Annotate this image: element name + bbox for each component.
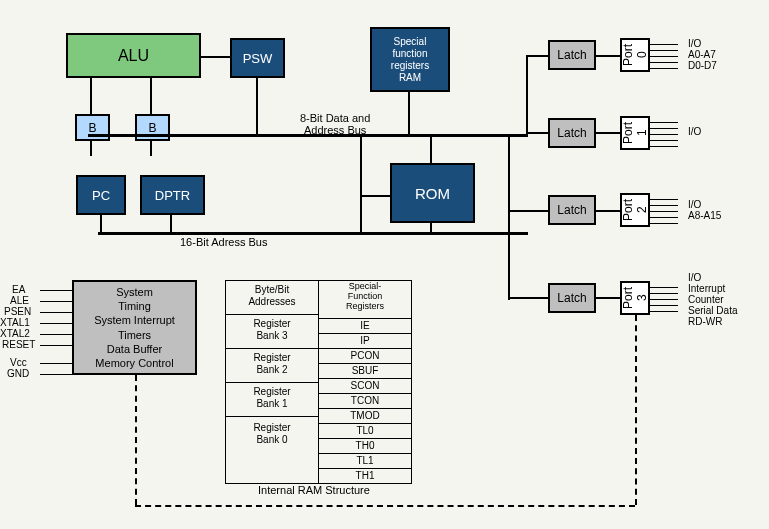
- port3-serial: Serial Data: [688, 305, 737, 316]
- pin-xtal2: XTAL2: [0, 328, 30, 339]
- wire: [360, 195, 390, 197]
- dptr-block: DPTR: [140, 175, 205, 215]
- wire: [170, 215, 172, 233]
- port3-io: I/O: [688, 272, 701, 283]
- timing-block: System Timing System Interrupt Timers Da…: [72, 280, 197, 375]
- sfr-header: Special- Function Registers: [319, 281, 411, 319]
- dash-wire: [135, 375, 137, 505]
- pin-vcc: Vcc: [10, 357, 27, 368]
- dash-wire: [635, 315, 637, 505]
- addr-bus-label: 16-Bit Adress Bus: [180, 236, 267, 248]
- port-pin: [650, 56, 678, 57]
- ram-caption: Internal RAM Structure: [258, 484, 370, 496]
- port-pin: [650, 50, 678, 51]
- port-1-label: Port 1: [621, 118, 649, 148]
- sfr-ie: IE: [319, 319, 411, 334]
- port-pin: [650, 68, 678, 69]
- port-pin: [650, 62, 678, 63]
- ram-structure: Byte/Bit Addresses Register Bank 3 Regis…: [225, 280, 412, 484]
- pin-psen: PSEN: [4, 306, 31, 317]
- wire: [508, 297, 548, 299]
- port0-io: I/O: [688, 38, 701, 49]
- port-1: Port 1: [620, 116, 650, 150]
- ram-bank1: Register Bank 1: [226, 383, 318, 417]
- sfr-tl1: TL1: [319, 454, 411, 469]
- ram-left-header: Byte/Bit Addresses: [226, 281, 318, 315]
- sfr-tcon: TCON: [319, 394, 411, 409]
- port-pin: [650, 122, 678, 123]
- latch-0: Latch: [548, 40, 596, 70]
- wire: [201, 56, 230, 58]
- wire: [596, 55, 620, 57]
- port0-a0a7: A0-A7: [688, 49, 716, 60]
- latch-2: Latch: [548, 195, 596, 225]
- port-pin: [650, 44, 678, 45]
- port-pin: [650, 128, 678, 129]
- sfr-sbuf: SBUF: [319, 364, 411, 379]
- port0-d0d7: D0-D7: [688, 60, 717, 71]
- port-pin: [650, 299, 678, 300]
- pin-line: [40, 290, 72, 291]
- port-3: Port 3: [620, 281, 650, 315]
- pin-line: [40, 363, 72, 364]
- wire: [90, 141, 92, 156]
- port3-counter: Counter: [688, 294, 724, 305]
- wire: [508, 210, 510, 300]
- alu-block: ALU: [66, 33, 201, 78]
- sfr-ip: IP: [319, 334, 411, 349]
- wire: [508, 210, 548, 212]
- port3-rdwr: RD-WR: [688, 316, 722, 327]
- wire: [526, 132, 548, 134]
- pin-gnd: GND: [7, 368, 29, 379]
- pin-line: [40, 345, 72, 346]
- dash-wire: [135, 505, 635, 507]
- wire: [596, 132, 620, 134]
- sfr-scon: SCON: [319, 379, 411, 394]
- sfr-pcon: PCON: [319, 349, 411, 364]
- port-0: Port 0: [620, 38, 650, 72]
- pc-block: PC: [76, 175, 126, 215]
- sfr-th1: TH1: [319, 469, 411, 483]
- pin-ale: ALE: [10, 295, 29, 306]
- data-bus-label: 8-Bit Data and Address Bus: [300, 112, 370, 136]
- port-pin: [650, 223, 678, 224]
- rom-block: ROM: [390, 163, 475, 223]
- port1-io: I/O: [688, 126, 701, 137]
- ram-bank2: Register Bank 2: [226, 349, 318, 383]
- ram-bank3: Register Bank 3: [226, 315, 318, 349]
- latch-1: Latch: [548, 118, 596, 148]
- port-pin: [650, 293, 678, 294]
- ram-bank0: Register Bank 0: [226, 417, 318, 460]
- pin-line: [40, 374, 72, 375]
- wire: [508, 135, 510, 212]
- port3-interrupt: Interrupt: [688, 283, 725, 294]
- pin-line: [40, 312, 72, 313]
- wire: [150, 141, 152, 156]
- port-pin: [650, 205, 678, 206]
- port-0-label: Port 0: [621, 40, 649, 70]
- pin-line: [40, 323, 72, 324]
- port-pin: [650, 217, 678, 218]
- port-2-label: Port 2: [621, 195, 649, 225]
- wire: [526, 55, 528, 135]
- wire: [408, 92, 410, 134]
- wire: [100, 215, 102, 233]
- wire: [430, 223, 432, 233]
- port-pin: [650, 146, 678, 147]
- sfr-tl0: TL0: [319, 424, 411, 439]
- port-pin: [650, 134, 678, 135]
- pin-line: [40, 301, 72, 302]
- wire: [526, 55, 548, 57]
- pin-xtal1: XTAL1: [0, 317, 30, 328]
- wire: [360, 135, 362, 233]
- wire: [90, 78, 92, 114]
- port-2: Port 2: [620, 193, 650, 227]
- port-pin: [650, 199, 678, 200]
- pin-line: [40, 334, 72, 335]
- port-pin: [650, 305, 678, 306]
- port-pin: [650, 311, 678, 312]
- wire: [430, 135, 432, 163]
- port-pin: [650, 287, 678, 288]
- wire: [256, 78, 258, 134]
- addr-bus: [98, 232, 528, 235]
